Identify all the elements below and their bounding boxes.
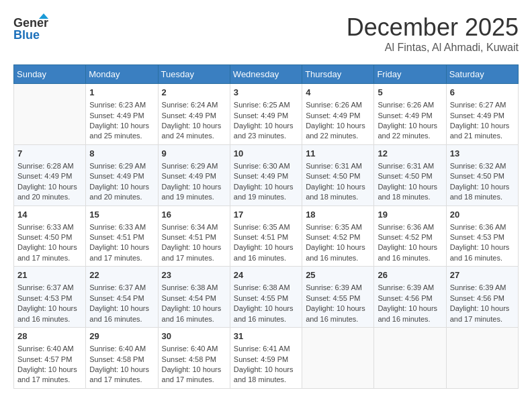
day-number: 14	[17, 209, 82, 221]
day-info: Sunrise: 6:36 AM Sunset: 4:52 PM Dayligh…	[378, 222, 442, 264]
month-title: December 2025	[347, 13, 519, 42]
calendar-header-row: SundayMondayTuesdayWednesdayThursdayFrid…	[14, 65, 519, 84]
calendar-cell: 27Sunrise: 6:39 AM Sunset: 4:56 PM Dayli…	[446, 267, 518, 328]
day-number: 3	[234, 87, 298, 99]
day-number: 1	[89, 87, 154, 99]
day-info: Sunrise: 6:38 AM Sunset: 4:54 PM Dayligh…	[162, 283, 226, 324]
day-info: Sunrise: 6:40 AM Sunset: 4:57 PM Dayligh…	[17, 344, 82, 385]
calendar-cell: 29Sunrise: 6:40 AM Sunset: 4:58 PM Dayli…	[86, 328, 158, 389]
calendar-cell: 4Sunrise: 6:26 AM Sunset: 4:49 PM Daylig…	[302, 84, 374, 145]
day-number: 9	[162, 148, 226, 160]
day-number: 5	[378, 87, 442, 99]
calendar-cell: 16Sunrise: 6:34 AM Sunset: 4:51 PM Dayli…	[158, 205, 230, 267]
day-number: 31	[234, 330, 298, 342]
calendar-cell: 14Sunrise: 6:33 AM Sunset: 4:50 PM Dayli…	[14, 205, 86, 267]
day-header-thursday: Thursday	[302, 65, 374, 84]
calendar-cell: 20Sunrise: 6:36 AM Sunset: 4:53 PM Dayli…	[446, 205, 518, 267]
day-info: Sunrise: 6:29 AM Sunset: 4:49 PM Dayligh…	[162, 161, 226, 203]
day-info: Sunrise: 6:32 AM Sunset: 4:50 PM Dayligh…	[450, 161, 515, 203]
day-number: 6	[450, 87, 515, 99]
day-number: 2	[162, 87, 226, 99]
calendar-cell: 9Sunrise: 6:29 AM Sunset: 4:49 PM Daylig…	[158, 144, 230, 205]
day-number: 28	[17, 330, 82, 342]
day-info: Sunrise: 6:23 AM Sunset: 4:49 PM Dayligh…	[89, 100, 154, 142]
day-number: 12	[378, 148, 442, 160]
day-info: Sunrise: 6:35 AM Sunset: 4:52 PM Dayligh…	[306, 222, 370, 264]
day-info: Sunrise: 6:31 AM Sunset: 4:50 PM Dayligh…	[378, 161, 442, 203]
day-header-wednesday: Wednesday	[230, 65, 302, 84]
calendar-week-2: 7Sunrise: 6:28 AM Sunset: 4:49 PM Daylig…	[14, 144, 519, 205]
day-number: 27	[450, 269, 515, 281]
day-info: Sunrise: 6:27 AM Sunset: 4:49 PM Dayligh…	[450, 100, 515, 142]
day-number: 4	[306, 87, 370, 99]
day-number: 10	[234, 148, 298, 160]
day-info: Sunrise: 6:26 AM Sunset: 4:49 PM Dayligh…	[378, 100, 442, 142]
calendar-cell: 6Sunrise: 6:27 AM Sunset: 4:49 PM Daylig…	[446, 84, 518, 145]
day-number: 18	[306, 209, 370, 221]
day-info: Sunrise: 6:29 AM Sunset: 4:49 PM Dayligh…	[89, 161, 154, 203]
day-info: Sunrise: 6:35 AM Sunset: 4:51 PM Dayligh…	[234, 222, 298, 264]
day-info: Sunrise: 6:37 AM Sunset: 4:53 PM Dayligh…	[17, 283, 82, 324]
calendar-cell: 22Sunrise: 6:37 AM Sunset: 4:54 PM Dayli…	[86, 267, 158, 328]
day-number: 16	[162, 209, 226, 221]
calendar-cell	[302, 328, 374, 389]
day-info: Sunrise: 6:36 AM Sunset: 4:53 PM Dayligh…	[450, 222, 515, 264]
day-number: 17	[234, 209, 298, 221]
calendar-cell: 30Sunrise: 6:40 AM Sunset: 4:58 PM Dayli…	[158, 328, 230, 389]
day-number: 23	[162, 269, 226, 281]
day-number: 19	[378, 209, 442, 221]
calendar-cell: 17Sunrise: 6:35 AM Sunset: 4:51 PM Dayli…	[230, 205, 302, 267]
calendar-cell: 19Sunrise: 6:36 AM Sunset: 4:52 PM Dayli…	[374, 205, 446, 267]
logo-icon: General Blue	[13, 13, 48, 43]
calendar-cell: 26Sunrise: 6:39 AM Sunset: 4:56 PM Dayli…	[374, 267, 446, 328]
day-info: Sunrise: 6:25 AM Sunset: 4:49 PM Dayligh…	[234, 100, 298, 142]
calendar-cell: 15Sunrise: 6:33 AM Sunset: 4:51 PM Dayli…	[86, 205, 158, 267]
day-info: Sunrise: 6:39 AM Sunset: 4:55 PM Dayligh…	[306, 283, 370, 324]
calendar-cell: 2Sunrise: 6:24 AM Sunset: 4:49 PM Daylig…	[158, 84, 230, 145]
day-info: Sunrise: 6:33 AM Sunset: 4:51 PM Dayligh…	[89, 222, 154, 264]
calendar-cell: 5Sunrise: 6:26 AM Sunset: 4:49 PM Daylig…	[374, 84, 446, 145]
day-number: 30	[162, 330, 226, 342]
calendar-week-5: 28Sunrise: 6:40 AM Sunset: 4:57 PM Dayli…	[14, 328, 519, 389]
calendar-cell: 18Sunrise: 6:35 AM Sunset: 4:52 PM Dayli…	[302, 205, 374, 267]
day-info: Sunrise: 6:39 AM Sunset: 4:56 PM Dayligh…	[378, 283, 442, 324]
calendar-cell: 10Sunrise: 6:30 AM Sunset: 4:49 PM Dayli…	[230, 144, 302, 205]
calendar-table: SundayMondayTuesdayWednesdayThursdayFrid…	[13, 64, 519, 389]
day-info: Sunrise: 6:31 AM Sunset: 4:50 PM Dayligh…	[306, 161, 370, 203]
day-info: Sunrise: 6:39 AM Sunset: 4:56 PM Dayligh…	[450, 283, 515, 324]
calendar-cell	[446, 328, 518, 389]
day-number: 24	[234, 269, 298, 281]
day-number: 20	[450, 209, 515, 221]
calendar-week-4: 21Sunrise: 6:37 AM Sunset: 4:53 PM Dayli…	[14, 267, 519, 328]
day-number: 21	[17, 269, 82, 281]
day-number: 26	[378, 269, 442, 281]
calendar-cell: 24Sunrise: 6:38 AM Sunset: 4:55 PM Dayli…	[230, 267, 302, 328]
day-info: Sunrise: 6:34 AM Sunset: 4:51 PM Dayligh…	[162, 222, 226, 264]
day-info: Sunrise: 6:41 AM Sunset: 4:59 PM Dayligh…	[234, 344, 298, 385]
day-info: Sunrise: 6:33 AM Sunset: 4:50 PM Dayligh…	[17, 222, 82, 264]
day-info: Sunrise: 6:40 AM Sunset: 4:58 PM Dayligh…	[162, 344, 226, 385]
day-header-friday: Friday	[374, 65, 446, 84]
calendar-week-3: 14Sunrise: 6:33 AM Sunset: 4:50 PM Dayli…	[14, 205, 519, 267]
day-info: Sunrise: 6:26 AM Sunset: 4:49 PM Dayligh…	[306, 100, 370, 142]
calendar-cell: 7Sunrise: 6:28 AM Sunset: 4:49 PM Daylig…	[14, 144, 86, 205]
location: Al Fintas, Al Ahmadi, Kuwait	[347, 42, 519, 54]
day-header-saturday: Saturday	[446, 65, 518, 84]
calendar-cell: 11Sunrise: 6:31 AM Sunset: 4:50 PM Dayli…	[302, 144, 374, 205]
day-number: 22	[89, 269, 154, 281]
calendar-cell: 31Sunrise: 6:41 AM Sunset: 4:59 PM Dayli…	[230, 328, 302, 389]
day-header-sunday: Sunday	[14, 65, 86, 84]
calendar-cell: 12Sunrise: 6:31 AM Sunset: 4:50 PM Dayli…	[374, 144, 446, 205]
day-info: Sunrise: 6:24 AM Sunset: 4:49 PM Dayligh…	[162, 100, 226, 142]
calendar-cell: 13Sunrise: 6:32 AM Sunset: 4:50 PM Dayli…	[446, 144, 518, 205]
calendar-week-1: 1Sunrise: 6:23 AM Sunset: 4:49 PM Daylig…	[14, 84, 519, 145]
calendar-cell: 28Sunrise: 6:40 AM Sunset: 4:57 PM Dayli…	[14, 328, 86, 389]
title-block: December 2025 Al Fintas, Al Ahmadi, Kuwa…	[347, 13, 519, 54]
calendar-cell: 3Sunrise: 6:25 AM Sunset: 4:49 PM Daylig…	[230, 84, 302, 145]
day-info: Sunrise: 6:38 AM Sunset: 4:55 PM Dayligh…	[234, 283, 298, 324]
day-number: 29	[89, 330, 154, 342]
day-number: 25	[306, 269, 370, 281]
calendar-cell: 21Sunrise: 6:37 AM Sunset: 4:53 PM Dayli…	[14, 267, 86, 328]
day-info: Sunrise: 6:28 AM Sunset: 4:49 PM Dayligh…	[17, 161, 82, 203]
svg-text:Blue: Blue	[13, 28, 40, 42]
